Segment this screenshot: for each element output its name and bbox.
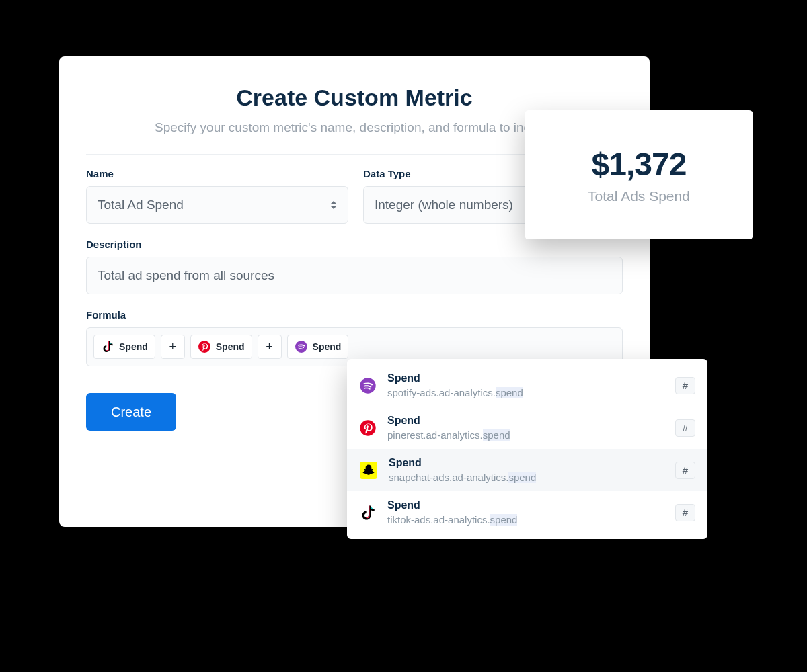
pinterest-icon	[198, 340, 211, 353]
operator-plus[interactable]: +	[258, 335, 282, 359]
name-label: Name	[86, 168, 348, 179]
dropdown-item-path: pinerest.ad-analytics.spend	[387, 429, 664, 441]
dropdown-item-path: snapchat-ads.ad-analytics.spend	[389, 472, 664, 483]
hash-badge: #	[675, 462, 695, 479]
dropdown-item-spotify[interactable]: Spend spotify-ads.ad-analytics.spend #	[347, 364, 707, 407]
description-input[interactable]: Total ad spend from all sources	[86, 257, 623, 294]
snapchat-icon	[359, 461, 378, 480]
create-button[interactable]: Create	[86, 393, 176, 431]
page-title: Create Custom Metric	[86, 85, 623, 111]
dropdown-item-path: spotify-ads.ad-analytics.spend	[387, 387, 664, 398]
chip-label: Spend	[313, 341, 342, 352]
spotify-icon	[295, 340, 308, 353]
operator-plus[interactable]: +	[161, 335, 185, 359]
formula-chip-pinterest[interactable]: Spend	[190, 335, 252, 359]
spotify-icon	[359, 377, 377, 394]
hash-badge: #	[675, 419, 695, 437]
stat-card: $1,372 Total Ads Spend	[525, 110, 753, 239]
stat-label: Total Ads Spend	[588, 188, 690, 204]
chip-label: Spend	[119, 341, 148, 352]
dropdown-item-snapchat[interactable]: Spend snapchat-ads.ad-analytics.spend #	[347, 449, 707, 491]
datatype-value: Integer (whole numbers)	[375, 198, 513, 212]
chip-label: Spend	[216, 341, 245, 352]
dropdown-item-title: Spend	[387, 372, 664, 384]
hash-badge: #	[675, 504, 695, 521]
description-value: Total ad spend from all sources	[98, 268, 274, 283]
dropdown-item-path: tiktok-ads.ad-analytics.spend	[387, 514, 664, 526]
description-label: Description	[86, 239, 623, 250]
pinterest-icon	[359, 419, 377, 437]
formula-chip-tiktok[interactable]: Spend	[93, 335, 155, 359]
name-select[interactable]: Total Ad Spend	[86, 186, 348, 224]
hash-badge: #	[675, 377, 695, 394]
formula-chip-spotify[interactable]: Spend	[287, 335, 349, 359]
tiktok-icon	[359, 504, 377, 521]
stat-value: $1,372	[592, 146, 687, 183]
dropdown-item-title: Spend	[387, 415, 664, 427]
name-value: Total Ad Spend	[98, 198, 184, 212]
formula-label: Formula	[86, 309, 623, 321]
dropdown-item-pinterest[interactable]: Spend pinerest.ad-analytics.spend #	[347, 407, 707, 449]
dropdown-item-tiktok[interactable]: Spend tiktok-ads.ad-analytics.spend #	[347, 491, 707, 534]
dropdown-item-title: Spend	[387, 499, 664, 511]
metric-dropdown: Spend spotify-ads.ad-analytics.spend # S…	[347, 359, 707, 539]
tiktok-icon	[101, 340, 114, 353]
dropdown-item-title: Spend	[389, 457, 664, 469]
chevron-updown-icon	[330, 201, 337, 209]
